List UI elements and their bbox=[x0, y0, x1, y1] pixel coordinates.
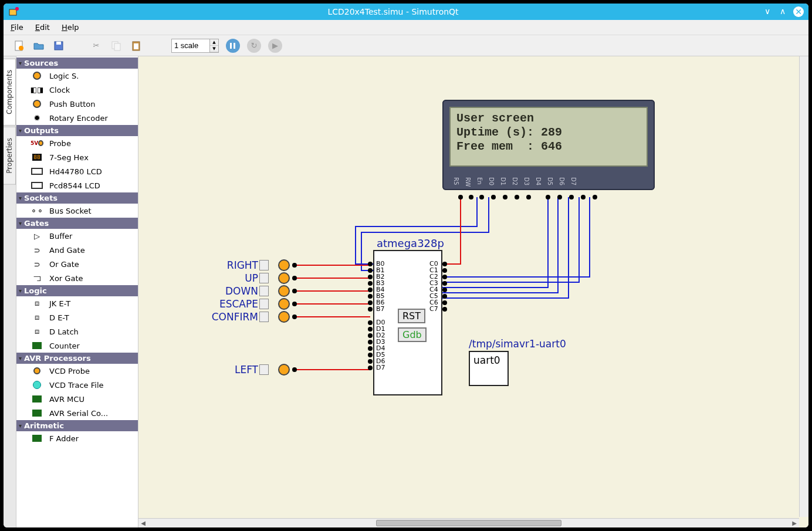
push-button[interactable] bbox=[259, 364, 269, 375]
tree-item[interactable]: F Adder bbox=[16, 431, 138, 445]
svg-rect-10 bbox=[230, 43, 232, 49]
tree-header-outputs[interactable]: Outputs bbox=[16, 125, 138, 136]
pause-button[interactable] bbox=[226, 39, 240, 53]
chip-label: atmega328p bbox=[377, 237, 444, 249]
logic-source-icon bbox=[33, 72, 41, 80]
tree-item[interactable]: Logic S. bbox=[16, 69, 138, 83]
tab-components[interactable]: Components bbox=[4, 59, 16, 126]
tree-item[interactable]: ✹Rotary Encoder bbox=[16, 111, 138, 125]
new-file-button[interactable] bbox=[11, 38, 27, 54]
uart-path: /tmp/simavr1-uart0 bbox=[469, 338, 566, 350]
scroll-right-icon[interactable]: ▶ bbox=[790, 519, 799, 527]
menu-edit[interactable]: Edit bbox=[33, 22, 52, 33]
tree-header-sources[interactable]: Sources bbox=[16, 58, 138, 69]
tree-item[interactable]: ⊃And Gate bbox=[16, 243, 138, 257]
step-button[interactable]: ▶ bbox=[268, 39, 282, 53]
tree-item[interactable]: ⫎Xor Gate bbox=[16, 271, 138, 285]
copy-button[interactable] bbox=[108, 38, 124, 54]
tree-header-avr[interactable]: AVR Processors bbox=[16, 353, 138, 364]
menubar: File Edit Help bbox=[4, 20, 808, 35]
svg-point-45 bbox=[442, 294, 447, 299]
svg-point-3 bbox=[19, 46, 23, 50]
svg-point-26 bbox=[368, 275, 373, 279]
maximize-icon[interactable]: ∧ bbox=[778, 6, 787, 16]
svg-point-30 bbox=[368, 300, 373, 305]
close-icon[interactable]: ✕ bbox=[793, 6, 804, 17]
tree-item[interactable]: ⊃Or Gate bbox=[16, 257, 138, 271]
tree-item[interactable]: 887-Seg Hex bbox=[16, 150, 138, 164]
titlebar: LCD20x4Test.simu - SimutronQt ∨ ∧ ✕ bbox=[4, 4, 808, 20]
tree-item[interactable]: VCD Trace File bbox=[16, 378, 138, 392]
tree-item[interactable]: ⧈JK E-T bbox=[16, 296, 138, 310]
counter-icon bbox=[32, 342, 42, 349]
uart-component[interactable]: uart0 bbox=[469, 351, 509, 386]
svg-point-12 bbox=[458, 195, 463, 199]
push-button-led bbox=[278, 259, 290, 271]
svg-point-36 bbox=[368, 346, 373, 351]
tree-item[interactable]: ◧◨Clock bbox=[16, 83, 138, 97]
gdb-button[interactable]: Gdb bbox=[398, 327, 427, 342]
tab-properties[interactable]: Properties bbox=[4, 127, 16, 185]
menu-file[interactable]: File bbox=[8, 22, 26, 33]
open-file-button[interactable] bbox=[31, 38, 47, 54]
sidebar-tabs: Components Properties bbox=[4, 56, 16, 527]
cut-button[interactable]: ✂ bbox=[88, 38, 104, 54]
scale-input[interactable]: ▲▼ bbox=[171, 39, 219, 53]
clock-icon: ◧◨ bbox=[31, 84, 43, 95]
push-button[interactable] bbox=[259, 299, 269, 309]
lcd-icon bbox=[31, 182, 43, 189]
tree-header-sockets[interactable]: Sockets bbox=[16, 192, 138, 204]
rotary-icon: ✹ bbox=[31, 113, 43, 123]
tree-item[interactable]: Counter bbox=[16, 339, 138, 353]
tree-header-aritmetic[interactable]: Aritmetic bbox=[16, 420, 138, 431]
menu-help[interactable]: Help bbox=[59, 22, 82, 33]
tree-item[interactable]: VCD Probe bbox=[16, 364, 138, 378]
button-label-left: LEFT bbox=[209, 364, 258, 376]
seven-seg-icon: 88 bbox=[32, 154, 42, 161]
svg-point-31 bbox=[368, 307, 373, 312]
button-label-confirm: CONFIRM bbox=[202, 311, 258, 323]
tree-item[interactable]: Pcd8544 LCD bbox=[16, 178, 138, 192]
push-button[interactable] bbox=[259, 273, 269, 283]
rst-button[interactable]: RST bbox=[398, 309, 425, 323]
svg-point-44 bbox=[442, 288, 447, 292]
push-button-led bbox=[278, 364, 290, 376]
probe-icon: 5V bbox=[31, 138, 43, 148]
tree-item[interactable]: Push Button bbox=[16, 97, 138, 111]
scale-down[interactable]: ▼ bbox=[210, 46, 218, 52]
svg-point-35 bbox=[368, 340, 373, 344]
push-button[interactable] bbox=[259, 260, 269, 270]
svg-point-20 bbox=[557, 195, 562, 199]
scrollbar-horizontal[interactable]: ◀ ▶ bbox=[138, 518, 799, 527]
tree-item[interactable]: ⧈D Latch bbox=[16, 324, 138, 339]
minimize-icon[interactable]: ∨ bbox=[763, 6, 772, 16]
circuit-canvas[interactable]: User screen Uptime (s): 289 Free mem : 6… bbox=[138, 56, 808, 527]
svg-rect-7 bbox=[114, 43, 120, 50]
lcd-component[interactable]: User screen Uptime (s): 289 Free mem : 6… bbox=[442, 100, 655, 190]
scrollbar-vertical[interactable] bbox=[799, 56, 808, 517]
tree-item[interactable]: 5VProbe bbox=[16, 136, 138, 150]
scale-up[interactable]: ▲ bbox=[210, 39, 218, 46]
paste-button[interactable] bbox=[128, 38, 144, 54]
lcd-screen: User screen Uptime (s): 289 Free mem : 6… bbox=[449, 107, 648, 167]
reset-button[interactable]: ↻ bbox=[247, 39, 261, 53]
tree-item[interactable]: ▷Buffer bbox=[16, 229, 138, 243]
svg-point-25 bbox=[368, 268, 373, 273]
push-button[interactable] bbox=[259, 312, 269, 322]
tree-item[interactable]: AVR MCU bbox=[16, 392, 138, 406]
scale-field[interactable] bbox=[172, 40, 209, 51]
svg-point-33 bbox=[368, 327, 373, 332]
svg-rect-11 bbox=[234, 43, 235, 49]
svg-point-41 bbox=[442, 268, 447, 273]
scroll-left-icon[interactable]: ◀ bbox=[138, 519, 148, 527]
save-file-button[interactable] bbox=[50, 38, 67, 54]
tree-item[interactable]: ⚬⚬Bus Socket bbox=[16, 204, 138, 218]
chip-right-c-pins: C0C1C2C3 C4C5C6C7 bbox=[429, 261, 438, 312]
tree-header-logic[interactable]: Logic bbox=[16, 285, 138, 296]
push-button[interactable] bbox=[259, 286, 269, 296]
tree-header-gates[interactable]: Gates bbox=[16, 218, 138, 229]
scroll-thumb[interactable] bbox=[376, 520, 561, 526]
tree-item[interactable]: Hd44780 LCD bbox=[16, 164, 138, 178]
tree-item[interactable]: AVR Serial Co... bbox=[16, 406, 138, 420]
tree-item[interactable]: ⧈D E-T bbox=[16, 310, 138, 324]
